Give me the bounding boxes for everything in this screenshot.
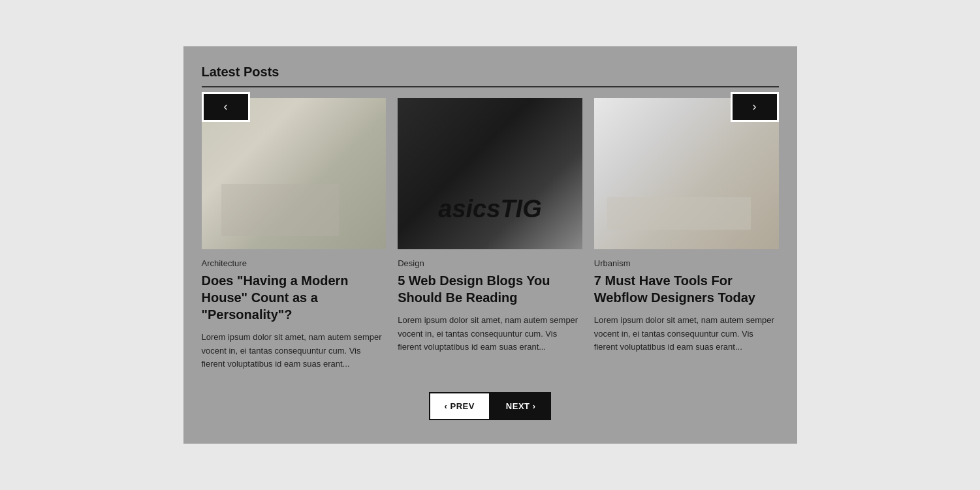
post-title[interactable]: Does "Having a Modern House" Count as a … — [202, 272, 387, 323]
widget-title: Latest Posts — [202, 65, 779, 80]
post-card: Urbanism 7 Must Have Tools For Webflow D… — [594, 98, 779, 371]
pagination-prev-button[interactable]: ‹ PREV — [429, 392, 490, 420]
posts-grid: Architecture Does "Having a Modern House… — [202, 98, 779, 371]
post-excerpt: Lorem ipsum dolor sit amet, nam autem se… — [398, 314, 582, 354]
post-image-design — [398, 98, 582, 249]
post-category: Architecture — [202, 258, 387, 268]
latest-posts-widget: Latest Posts ‹ › Architecture Does "Havi… — [183, 46, 797, 444]
post-card: Architecture Does "Having a Modern House… — [202, 98, 387, 371]
post-title[interactable]: 7 Must Have Tools For Webflow Designers … — [594, 272, 779, 306]
post-title[interactable]: 5 Web Design Blogs You Should Be Reading — [398, 272, 582, 306]
pagination-next-button[interactable]: NEXT › — [490, 392, 552, 420]
post-category: Urbanism — [594, 258, 779, 268]
title-divider — [202, 86, 779, 87]
carousel-prev-button[interactable]: ‹ — [202, 92, 250, 122]
post-excerpt: Lorem ipsum dolor sit amet, nam autem se… — [594, 314, 779, 354]
carousel-next-button[interactable]: › — [731, 92, 779, 122]
pagination-row: ‹ PREV NEXT › — [202, 392, 779, 420]
post-excerpt: Lorem ipsum dolor sit amet, nam autem se… — [202, 331, 387, 371]
post-category: Design — [398, 258, 582, 268]
post-card: Design 5 Web Design Blogs You Should Be … — [398, 98, 582, 371]
